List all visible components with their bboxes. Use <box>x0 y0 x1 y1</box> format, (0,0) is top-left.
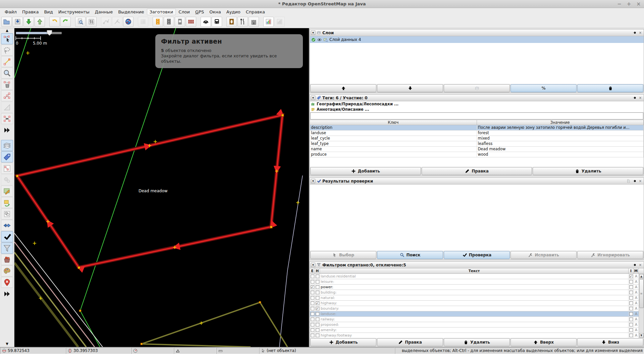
chart-disabled-icon[interactable] <box>274 17 285 27</box>
relations-panel-toggle[interactable] <box>1 208 13 219</box>
stick-icon[interactable] <box>632 179 637 183</box>
lookup-button[interactable]: Поиск <box>377 251 443 259</box>
filter-hide-checkbox[interactable] <box>316 296 319 300</box>
filter-enable-checkbox[interactable] <box>311 307 314 310</box>
layer-delete-button[interactable] <box>577 84 643 92</box>
menu-selection[interactable]: Выделение <box>115 9 147 15</box>
filter-inverted-checkbox[interactable] <box>629 280 633 284</box>
zoom-tool[interactable] <box>1 67 13 79</box>
sidebar-scroll-down-icon[interactable]: ▼ <box>0 342 14 346</box>
menu-windows[interactable]: Окна <box>207 9 224 15</box>
filter-row[interactable]: amenity: A <box>310 327 639 333</box>
filter-inverted-checkbox[interactable] <box>629 312 633 316</box>
filter-row[interactable]: ✓ power: A <box>310 285 639 290</box>
filter-hide-checkbox[interactable] <box>316 291 319 294</box>
filter-inverted-checkbox[interactable] <box>629 334 633 337</box>
map-canvas[interactable]: Dead meadow 0 5.00 m Фильтр активен 5 об… <box>14 28 309 347</box>
filter-enable-checkbox[interactable] <box>311 280 314 284</box>
fix-button[interactable]: Исправить <box>511 251 577 259</box>
command-stack-toggle[interactable] <box>1 174 13 185</box>
car-preset-icon[interactable] <box>201 17 211 27</box>
filter-inverted-checkbox[interactable] <box>629 307 633 310</box>
filter-enable-checkbox[interactable] <box>311 291 314 294</box>
menu-audio[interactable]: Аудио <box>224 9 243 15</box>
filter-hide-checkbox[interactable] <box>316 285 319 289</box>
filter-row[interactable]: proposed: A <box>310 322 639 327</box>
filter-hide-checkbox[interactable] <box>316 274 319 278</box>
close-panel-icon[interactable]: × <box>638 96 643 100</box>
menu-edit[interactable]: Правка <box>19 9 41 15</box>
history-toggle[interactable] <box>1 197 13 208</box>
move-filter-down-button[interactable]: Вниз <box>577 338 643 346</box>
preferences-icon[interactable] <box>86 17 97 27</box>
split-way-tool[interactable] <box>1 90 13 101</box>
filter-scrollbar[interactable]: ▲ ≡ ▼ <box>639 274 644 338</box>
delete-filter-button[interactable]: Удалить <box>444 338 510 346</box>
stick-icon[interactable] <box>632 31 637 35</box>
menu-tools[interactable]: Инструменты <box>56 9 92 15</box>
filter-row[interactable]: ✓ highway: A <box>310 301 639 306</box>
wall-preset-icon[interactable] <box>186 17 196 27</box>
ignore-button[interactable]: Игнорировать <box>577 251 643 259</box>
filter-enable-checkbox[interactable] <box>311 334 314 337</box>
draw-node-tool[interactable] <box>1 56 13 67</box>
filter-row[interactable]: highway:footway A <box>310 333 639 338</box>
layer-duplicate-button[interactable] <box>444 84 510 92</box>
search-icon[interactable] <box>75 17 86 27</box>
filter-enable-checkbox[interactable] <box>311 296 314 300</box>
tag-row[interactable]: name Dead meadow <box>310 147 644 152</box>
panel-settings-icon[interactable] <box>626 179 631 183</box>
tag-row[interactable]: description После аварии зеленую зону за… <box>310 125 644 131</box>
add-filter-button[interactable]: Добавить <box>310 338 376 346</box>
filter-row[interactable]: building: A <box>310 290 639 295</box>
delete-tag-button[interactable]: Удалить <box>533 167 643 175</box>
tag-row[interactable]: leaf_cycle mixed <box>310 136 644 141</box>
collapse-icon[interactable]: ▼ <box>311 179 315 183</box>
layer-row[interactable]: Слой данных 4 <box>310 36 644 43</box>
filter-panel-toggle[interactable] <box>1 243 13 254</box>
crossing-preset-icon[interactable] <box>175 17 185 27</box>
open-icon[interactable] <box>1 17 12 27</box>
castle-preset-icon[interactable] <box>249 17 259 27</box>
filter-enable-checkbox[interactable] <box>311 323 314 326</box>
zoom-slider[interactable] <box>16 30 61 36</box>
menu-data[interactable]: Данные <box>92 9 115 15</box>
filter-hide-checkbox[interactable] <box>316 323 319 326</box>
filter-hide-checkbox[interactable]: ✓ <box>316 307 319 310</box>
layer-opacity-button[interactable]: % <box>511 84 577 92</box>
preset-search-input[interactable] <box>310 112 643 119</box>
stick-icon[interactable] <box>632 263 637 267</box>
tag-row[interactable]: leaf_type leafless <box>310 141 644 147</box>
menu-view[interactable]: Вид <box>41 9 55 15</box>
filter-inverted-checkbox[interactable]: ✓ <box>629 274 633 278</box>
motorway-preset-icon[interactable] <box>153 17 163 27</box>
collapse-icon[interactable]: ▼ <box>311 263 315 267</box>
filter-enable-checkbox[interactable] <box>311 274 314 278</box>
filter-inverted-checkbox[interactable] <box>629 323 633 326</box>
close-panel-icon[interactable]: × <box>638 263 643 267</box>
menu-file[interactable]: Файл <box>2 9 19 15</box>
filter-inverted-checkbox[interactable] <box>629 291 633 294</box>
filter-inverted-checkbox[interactable] <box>629 328 633 332</box>
redo-icon[interactable] <box>60 17 71 27</box>
filter-enable-checkbox[interactable] <box>311 328 314 332</box>
edit-filter-button[interactable]: Правка <box>377 338 443 346</box>
close-button[interactable]: × <box>636 2 641 7</box>
layer-down-button[interactable] <box>377 84 443 92</box>
move-filter-up-button[interactable]: Вверх <box>511 338 577 346</box>
restaurant-preset-icon[interactable] <box>237 17 248 27</box>
close-panel-icon[interactable]: × <box>638 31 643 35</box>
road-preset-icon[interactable] <box>164 17 174 27</box>
merge-way-tool[interactable] <box>1 113 13 124</box>
close-panel-icon[interactable]: × <box>638 179 643 183</box>
layers-panel-toggle[interactable] <box>1 140 13 151</box>
map-styles-toggle[interactable] <box>1 265 13 276</box>
upload-icon[interactable] <box>35 17 45 27</box>
filter-inverted-checkbox[interactable] <box>629 285 633 289</box>
layer-up-button[interactable] <box>310 84 376 92</box>
chart-preset-icon[interactable] <box>263 17 274 27</box>
entrance-preset-icon[interactable] <box>226 17 237 27</box>
tag-row[interactable]: produce wood <box>310 152 644 157</box>
bus-preset-icon[interactable] <box>212 17 222 27</box>
maximize-button[interactable]: + <box>627 2 631 7</box>
